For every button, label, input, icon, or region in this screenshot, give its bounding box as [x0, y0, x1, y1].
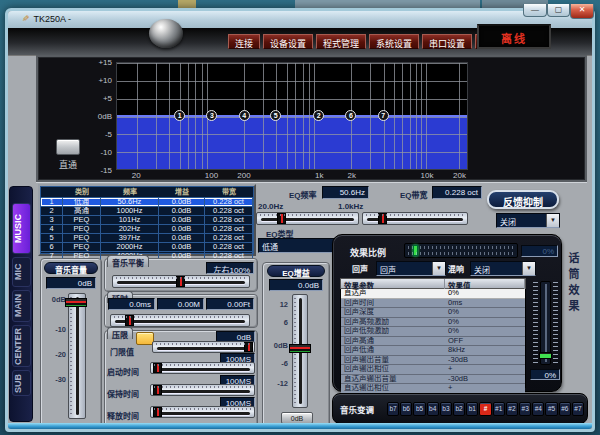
filter-row-2[interactable]: 2高通1000Hz0.0dB0.228 oct [41, 206, 253, 215]
reverb-dropdown[interactable]: 关闭▼ [470, 261, 536, 276]
filter-row-3[interactable]: 3PEQ101Hz0.0dB0.228 oct [41, 215, 253, 224]
music-balance-slider-handle[interactable] [176, 276, 185, 287]
effect-row[interactable]: 回声输出音量-30dB [341, 356, 525, 366]
volume-scale-label: 0dB [40, 295, 66, 304]
delay-slider-handle[interactable] [125, 315, 134, 326]
effect-row[interactable]: 回声深度0% [341, 308, 525, 318]
effect-row[interactable]: 直达声0% [341, 289, 525, 299]
eq-bandwidth-display: 0.228 oct [432, 186, 482, 199]
pitch-button-b5[interactable]: b5 [413, 402, 425, 416]
filter-cell: 0.228 oct [205, 243, 253, 251]
menu-button-设备设置[interactable]: 设备设置 [263, 34, 313, 49]
effect-ratio-display: 0% [521, 245, 558, 257]
eq-gain-title: EQ增益 [267, 265, 325, 277]
filter-cell: 1 [41, 198, 63, 206]
pitch-button-b2[interactable]: b2 [453, 402, 465, 416]
chevron-down-icon[interactable]: ▼ [546, 214, 559, 227]
eq-freq-slider-handle[interactable] [277, 213, 286, 224]
pitch-button-#2[interactable]: #2 [506, 402, 518, 416]
compressor-threshold-slider[interactable] [152, 341, 255, 353]
eq-point-marker-7[interactable]: 7 [378, 110, 389, 121]
effect-row[interactable]: 回声低通8kHz [341, 346, 525, 356]
menu-button-程式管理[interactable]: 程式管理 [316, 34, 366, 49]
echo-label: 回声 [352, 263, 368, 274]
eq-freq-label: EQ频率 [289, 189, 317, 200]
pitch-button-#1[interactable]: #1 [493, 402, 505, 416]
echo-dropdown[interactable]: 回声▼ [376, 261, 446, 276]
effect-row[interactable]: 回声输出相位+ [341, 365, 525, 375]
eq-gain-slider-handle[interactable] [289, 344, 311, 353]
filter-table[interactable]: 类别频率增益带宽 1低通50.6Hz0.0dB0.228 oct2高通1000H… [38, 184, 256, 256]
pitch-button-#7[interactable]: #7 [572, 402, 584, 416]
effect-level-slider[interactable] [540, 281, 551, 365]
y-axis-tick-label: +15 [86, 58, 112, 67]
eq-gain-slider[interactable] [292, 294, 308, 408]
volume-scale-label: -30 [40, 375, 66, 384]
menu-button-系统设置[interactable]: 系统设置 [369, 34, 419, 49]
chevron-down-icon[interactable]: ▼ [522, 262, 535, 275]
filter-row-5[interactable]: 5PEQ397Hz0.0dB0.228 oct [41, 233, 253, 242]
filter-row-1[interactable]: 1低通50.6Hz0.0dB0.228 oct [41, 197, 253, 206]
compressor-attack-handle[interactable] [153, 363, 162, 373]
menu-button-串口设置[interactable]: 串口设置 [422, 34, 472, 49]
pitch-button-#5[interactable]: #5 [545, 402, 557, 416]
effect-row[interactable]: 回声时间0ms [341, 299, 525, 309]
bypass-button[interactable] [56, 139, 80, 155]
pitch-button-#3[interactable]: #3 [519, 402, 531, 416]
minimize-button[interactable]: — [523, 4, 547, 17]
tab-mic[interactable]: MIC [12, 257, 31, 287]
window-title: TK250A - [34, 14, 72, 24]
tab-center[interactable]: CENTER [12, 325, 31, 367]
y-axis-tick-label: -15 [86, 166, 112, 175]
music-volume-slider[interactable] [68, 293, 86, 419]
compressor-release-slider[interactable] [150, 406, 255, 418]
close-button[interactable]: ✕ [570, 4, 594, 19]
feedback-suppression-button[interactable]: 反馈抑制 [487, 190, 559, 209]
maximize-button[interactable]: ▢ [547, 4, 570, 17]
effect-row[interactable]: 回声高通OFF [341, 337, 525, 347]
compressor-hold-label: 保持时间 [107, 388, 139, 399]
filter-row-6[interactable]: 6PEQ2000Hz0.0dB0.228 oct [41, 242, 253, 251]
eq-freq-slider[interactable] [256, 212, 359, 225]
grid-line-horizontal [117, 152, 467, 153]
music-balance-slider[interactable] [112, 275, 250, 288]
filter-cell: 6 [41, 243, 63, 251]
grid-line-vertical [459, 63, 460, 169]
effect-ratio-slider[interactable] [404, 243, 518, 258]
pitch-button-b4[interactable]: b4 [427, 402, 439, 416]
pitch-button-b6[interactable]: b6 [400, 402, 412, 416]
eq-frequency-response-plot[interactable]: 1345267 [116, 62, 468, 170]
grid-line-vertical [370, 63, 371, 169]
tab-main[interactable]: MAIN [12, 290, 31, 322]
effect-level-handle[interactable] [539, 352, 552, 359]
effect-param-value: 0% [445, 308, 525, 317]
pitch-button-b7[interactable]: b7 [387, 402, 399, 416]
pitch-button-#4[interactable]: #4 [532, 402, 544, 416]
effect-row[interactable]: 直达声输出音量-30dB [341, 375, 525, 385]
compressor-hold-handle[interactable] [153, 385, 162, 395]
delay-slider[interactable] [110, 314, 250, 327]
music-pitch-label: 音乐变调 [340, 403, 374, 415]
menu-button-连接[interactable]: 连接 [228, 34, 260, 49]
pitch-button-#[interactable]: # [479, 402, 491, 416]
filter-row-4[interactable]: 4PEQ202Hz0.0dB0.228 oct [41, 224, 253, 233]
pitch-button-b3[interactable]: b3 [440, 402, 452, 416]
compressor-attack-slider[interactable] [150, 362, 255, 374]
compressor-hold-slider[interactable] [150, 384, 255, 396]
pitch-button-b1[interactable]: b1 [466, 402, 478, 416]
eq-bw-slider[interactable] [362, 212, 468, 225]
music-volume-slider-handle[interactable] [65, 298, 87, 307]
effect-ratio-handle[interactable] [413, 245, 418, 256]
chevron-down-icon[interactable]: ▼ [432, 262, 445, 275]
compressor-threshold-handle[interactable] [244, 342, 253, 352]
pitch-button-#6[interactable]: #6 [559, 402, 571, 416]
compressor-release-handle[interactable] [153, 407, 162, 417]
tab-music[interactable]: MUSIC [12, 203, 31, 254]
filter-col-header: 类别 [63, 187, 101, 197]
tab-sub[interactable]: SUB [12, 370, 31, 396]
feedback-mode-dropdown[interactable]: 关闭▼ [496, 213, 560, 228]
eq-bw-slider-handle[interactable] [378, 213, 387, 224]
effect-row[interactable]: 回声低频激励0% [341, 327, 525, 337]
effect-row[interactable]: 回声高频激励0% [341, 318, 525, 328]
eq-point-marker-4[interactable]: 4 [239, 110, 250, 121]
